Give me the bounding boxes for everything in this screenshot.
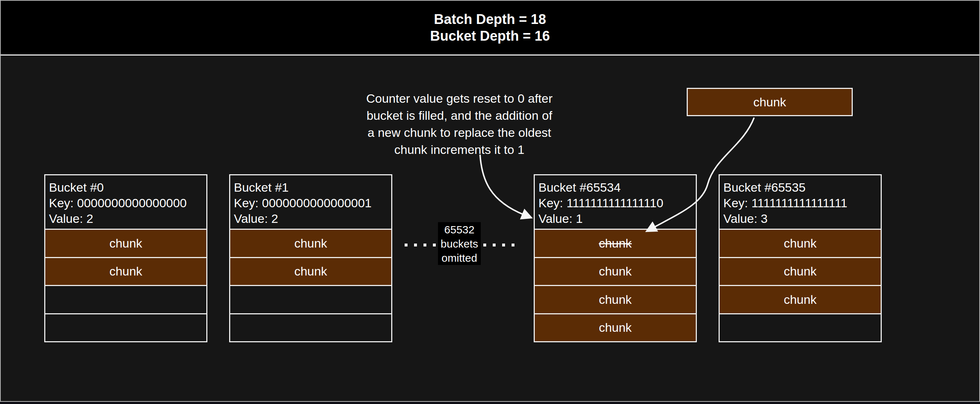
omitted-line: 65532 — [444, 222, 474, 237]
ellipsis-dots-left — [405, 244, 436, 246]
bucket-1-slot-1: chunk — [230, 257, 391, 285]
dot — [414, 244, 417, 246]
chunk-label: chunk — [784, 236, 817, 251]
omitted-line: omitted — [442, 251, 477, 265]
annotation-line: Counter value gets reset to 0 after — [348, 90, 571, 107]
chunk-label: chunk — [599, 321, 632, 335]
bucket-value: Value: 2 — [234, 211, 388, 227]
chunk-label: chunk — [294, 236, 328, 251]
bucket-value: Value: 1 — [538, 211, 692, 227]
bucket-0-slot-1: chunk — [45, 257, 206, 285]
bucket-title: Bucket #0 — [49, 180, 203, 195]
annotation-line: a new chunk to replace the oldest — [348, 124, 571, 141]
bucket-key: Key: 0000000000000000 — [49, 195, 203, 211]
annotation-to-bucket-arrow — [480, 155, 524, 215]
bucket-1-slot-3 — [230, 313, 391, 342]
bucket-key: Key: 1111111111111111 — [723, 195, 877, 211]
bucket-value: Value: 3 — [723, 211, 877, 227]
chunk-label: chunk — [599, 292, 632, 307]
omitted-buckets-note: 65532 buckets omitted — [438, 222, 481, 265]
bucket-65534-header: Bucket #65534 Key: 1111111111111110 Valu… — [535, 175, 696, 229]
incoming-chunk-label: chunk — [753, 95, 786, 109]
bucket-0-slot-0: chunk — [45, 229, 206, 257]
bucket-65535-slot-2: chunk — [720, 285, 881, 313]
title-bar: Batch Depth = 18 Bucket Depth = 16 — [1, 1, 979, 56]
ellipsis-dots-right — [483, 244, 514, 246]
bucket-65534-slot-3: chunk — [535, 313, 696, 342]
bucket-0-slot-2 — [45, 285, 206, 313]
bucket-65534-slot-0: chunk — [535, 229, 696, 257]
annotation-line: bucket is filled, and the addition of — [348, 107, 571, 124]
bucket-65535-slot-1: chunk — [720, 257, 881, 285]
dot — [483, 244, 486, 246]
bucket-1-slot-0: chunk — [230, 229, 391, 257]
bucket-65534: Bucket #65534 Key: 1111111111111110 Valu… — [534, 174, 697, 342]
incoming-chunk-box: chunk — [687, 88, 853, 116]
counter-reset-annotation: Counter value gets reset to 0 after buck… — [348, 90, 571, 158]
bucket-0: Bucket #0 Key: 0000000000000000 Value: 2… — [44, 174, 207, 342]
bucket-0-slot-3 — [45, 313, 206, 342]
title-line-batch-depth: Batch Depth = 18 — [434, 11, 546, 27]
dot — [512, 244, 514, 246]
chunk-label: chunk — [110, 264, 143, 278]
title-line-bucket-depth: Bucket Depth = 16 — [430, 27, 550, 44]
chunk-label: chunk — [294, 264, 328, 278]
diagram-canvas: Batch Depth = 18 Bucket Depth = 16 Count… — [0, 0, 980, 402]
chunk-label: chunk — [784, 292, 817, 307]
bucket-title: Bucket #1 — [234, 180, 388, 195]
bucket-1-slot-2 — [230, 285, 391, 313]
bucket-value: Value: 2 — [49, 211, 203, 227]
bucket-title: Bucket #65534 — [538, 180, 692, 195]
oldest-chunk-label: chunk — [599, 236, 632, 251]
bucket-key: Key: 1111111111111110 — [538, 195, 692, 211]
bucket-key: Key: 0000000000000001 — [234, 195, 388, 211]
chunk-label: chunk — [784, 264, 817, 278]
dot — [423, 244, 426, 246]
bucket-65535: Bucket #65535 Key: 1111111111111111 Valu… — [719, 174, 882, 342]
chunk-label: chunk — [110, 236, 143, 251]
chunk-label: chunk — [599, 264, 632, 278]
annotation-line: chunk increments it to 1 — [348, 141, 571, 158]
dot — [502, 244, 505, 246]
bucket-1: Bucket #1 Key: 0000000000000001 Value: 2… — [229, 174, 392, 342]
dot — [405, 244, 407, 246]
bucket-0-header: Bucket #0 Key: 0000000000000000 Value: 2 — [45, 175, 206, 229]
bucket-65535-slot-3 — [720, 313, 881, 342]
dot — [493, 244, 496, 246]
dot — [433, 244, 436, 246]
bucket-65535-header: Bucket #65535 Key: 1111111111111111 Valu… — [720, 175, 881, 229]
bucket-1-header: Bucket #1 Key: 0000000000000001 Value: 2 — [230, 175, 391, 229]
bucket-title: Bucket #65535 — [723, 180, 877, 195]
bucket-65534-slot-2: chunk — [535, 285, 696, 313]
bucket-65535-slot-0: chunk — [720, 229, 881, 257]
omitted-line: buckets — [441, 237, 478, 251]
bucket-65534-slot-1: chunk — [535, 257, 696, 285]
